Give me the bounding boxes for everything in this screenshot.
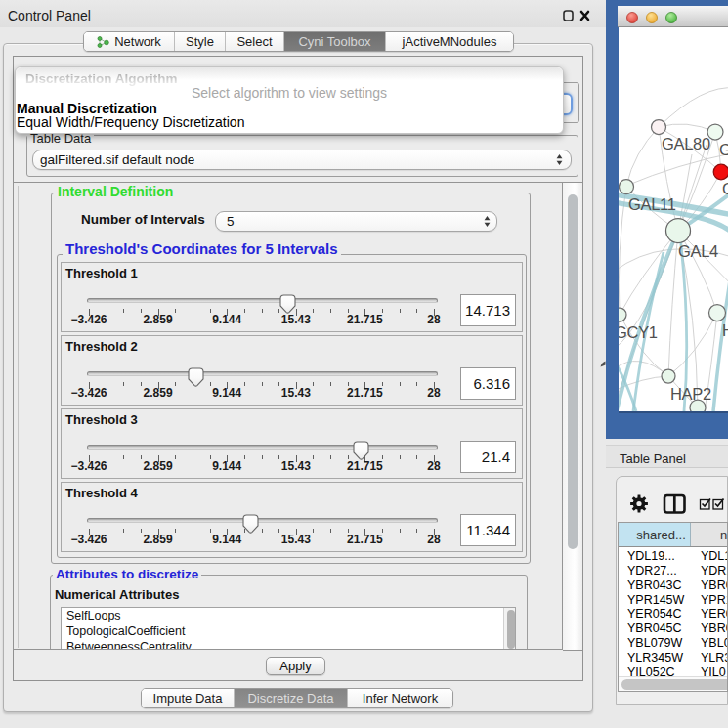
svg-text:C: C bbox=[722, 180, 728, 197]
svg-text:HAP2: HAP2 bbox=[670, 385, 711, 403]
svg-text:GAL80: GAL80 bbox=[662, 135, 710, 152]
svg-text:GAL11: GAL11 bbox=[628, 195, 676, 213]
svg-text:GAL4: GAL4 bbox=[678, 242, 718, 260]
svg-text:GCY1: GCY1 bbox=[619, 323, 658, 341]
svg-text:GA: GA bbox=[719, 141, 728, 158]
svg-text:HA: HA bbox=[722, 321, 728, 339]
